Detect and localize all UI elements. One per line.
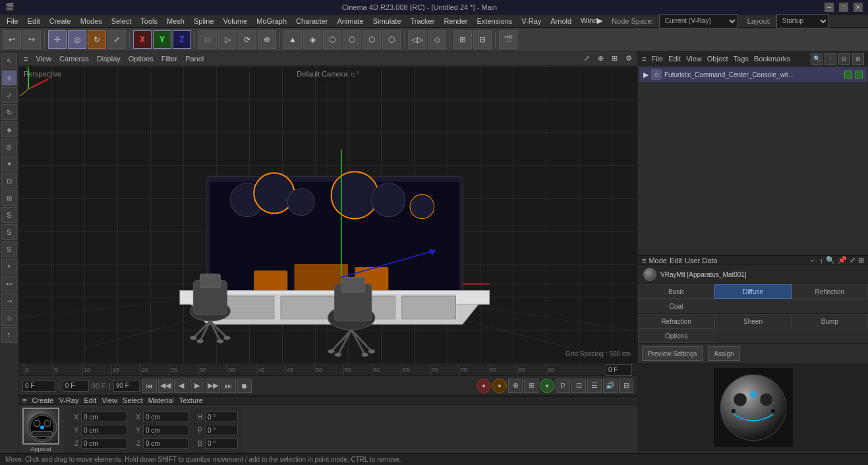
mat-props-edit[interactable]: Edit <box>670 257 682 264</box>
btn-tl-6[interactable]: ⊟ <box>619 379 633 393</box>
menu-modes[interactable]: Modes <box>76 16 106 26</box>
nodespace-dropdown[interactable]: Current (V-Ray) <box>659 14 738 28</box>
left-btn-14[interactable]: ⊸ <box>1 293 17 309</box>
mat-tab-bump[interactable]: Bump <box>792 314 868 328</box>
preview-settings-btn[interactable]: Preview Settings <box>642 346 703 361</box>
mat-menu-texture[interactable]: Texture <box>179 396 203 404</box>
left-btn-pointer[interactable]: ↖ <box>1 53 17 69</box>
coord-y1-input[interactable] <box>81 425 127 435</box>
menu-file[interactable]: File <box>3 16 22 26</box>
mat-tab-refraction[interactable]: Refraction <box>638 314 714 328</box>
scale-button[interactable]: ⤢ <box>107 30 126 49</box>
vp-btn-grid[interactable]: ⊞ <box>609 53 620 64</box>
menu-volume[interactable]: Volume <box>219 16 252 26</box>
frame-end-input[interactable] <box>113 380 140 392</box>
mat-props-mode[interactable]: Mode <box>649 257 667 264</box>
left-btn-10[interactable]: S <box>1 224 17 240</box>
menu-spline[interactable]: Spline <box>190 16 218 26</box>
redo-button[interactable]: ↪ <box>22 30 41 49</box>
layout-dropdown[interactable]: Startup <box>776 14 829 28</box>
tool-btn-14[interactable]: ⊟ <box>473 30 492 49</box>
rotate-button[interactable]: ↻ <box>88 30 106 49</box>
left-btn-13[interactable]: ⊷ <box>1 276 17 292</box>
left-btn-param[interactable]: ◈ <box>1 121 17 137</box>
axis-x-button[interactable]: X <box>133 30 152 49</box>
mat-menu-create[interactable]: Create <box>32 396 53 404</box>
tool-btn-2[interactable]: ▷ <box>218 30 237 49</box>
mat-props-expand[interactable]: ⤢ <box>850 256 855 264</box>
btn-prev-frame[interactable]: ◀ <box>174 379 188 393</box>
vp-menu-options[interactable]: Options <box>126 53 156 64</box>
mat-tab-coat[interactable]: Coat <box>638 299 714 313</box>
tool-btn-5[interactable]: ▲ <box>283 30 302 49</box>
menu-select[interactable]: Select <box>107 16 136 26</box>
mat-tab-sheen[interactable]: Sheen <box>714 314 791 328</box>
left-btn-5[interactable]: ◎ <box>1 139 17 154</box>
obj-menu-object[interactable]: Object <box>707 55 728 63</box>
btn-tl-4[interactable]: ⊡ <box>571 379 586 393</box>
menu-edit[interactable]: Edit <box>24 16 44 26</box>
menu-create[interactable]: Create <box>45 16 75 26</box>
mat-props-pin[interactable]: 📌 <box>838 256 847 264</box>
menu-mograph[interactable]: MoGraph <box>252 16 291 26</box>
obj-check-2[interactable] <box>855 71 863 78</box>
obj-menu-tags[interactable]: Tags <box>734 55 749 63</box>
mat-menu-select[interactable]: Select <box>123 396 143 404</box>
mat-props-search[interactable]: 🔍 <box>826 256 835 264</box>
btn-to-start[interactable]: ⏮ <box>142 379 157 393</box>
tool-btn-3[interactable]: ⟳ <box>238 30 256 49</box>
left-btn-9[interactable]: S <box>1 207 17 223</box>
mat-tab-diffuse[interactable]: Diffuse <box>714 284 791 299</box>
tool-btn-12[interactable]: ◇ <box>428 30 446 49</box>
left-btn-8[interactable]: ⊞ <box>1 190 17 206</box>
move-button[interactable]: ✛ <box>48 30 67 49</box>
obj-menu-file[interactable]: File <box>651 55 663 63</box>
menu-animate[interactable]: Animate <box>333 16 367 26</box>
menu-vray[interactable]: V-Ray <box>517 16 545 26</box>
tool-btn-1[interactable]: □ <box>198 30 217 49</box>
obj-item-main[interactable]: ▶ G Futuristic_Command_Center_Console_wi… <box>639 67 867 82</box>
tool-btn-11[interactable]: ◁▷ <box>408 30 426 49</box>
coord-b-input[interactable] <box>205 438 238 449</box>
vp-menu-panel[interactable]: Panel <box>183 53 206 64</box>
mat-props-userdata[interactable]: User Data <box>685 257 718 264</box>
btn-tl-5[interactable]: ☰ <box>587 379 602 393</box>
btn-key-orange[interactable]: ● <box>492 379 507 393</box>
mat-tab-basic[interactable]: Basic <box>638 284 714 299</box>
current-frame-right[interactable] <box>606 364 632 376</box>
vp-btn-expand[interactable]: ⤢ <box>581 53 593 64</box>
mat-menu-edit[interactable]: Edit <box>84 396 96 404</box>
vp-menu-filter[interactable]: Filter <box>159 53 180 64</box>
menu-extensions[interactable]: Extensions <box>473 16 516 26</box>
mat-menu-material[interactable]: Material <box>148 396 174 404</box>
vp-menu-cameras[interactable]: Cameras <box>57 53 92 64</box>
mat-props-add[interactable]: ⊞ <box>858 256 864 264</box>
select-circle-button[interactable]: ◎ <box>68 30 86 49</box>
vp-btn-center[interactable]: ⊕ <box>595 53 606 64</box>
obj-up-btn[interactable]: ↑ <box>825 53 836 65</box>
viewport[interactable]: Perspective Default Camera ☼° Grid Spaci… <box>18 66 637 364</box>
mat-props-up[interactable]: ↑ <box>820 257 824 264</box>
left-btn-scale[interactable]: ⤢ <box>1 87 17 103</box>
coord-z1-input[interactable] <box>81 438 127 449</box>
btn-to-end[interactable]: ⏭ <box>221 379 236 393</box>
coord-p-input[interactable] <box>205 425 238 435</box>
btn-record[interactable]: ⏺ <box>237 379 252 393</box>
frame-current-input[interactable] <box>63 380 89 392</box>
tool-btn-6[interactable]: ◈ <box>303 30 322 49</box>
mat-tab-reflection[interactable]: Reflection <box>792 284 868 299</box>
left-btn-15[interactable]: ⊹ <box>1 310 17 326</box>
menu-simulate[interactable]: Simulate <box>369 16 405 26</box>
coord-z2-input[interactable] <box>143 438 189 449</box>
left-btn-rotate[interactable]: ↻ <box>1 104 17 120</box>
obj-menu-bookmarks[interactable]: Bookmarks <box>754 55 790 63</box>
vp-menu-icon[interactable]: ≡ <box>21 53 30 64</box>
btn-tl-speaker[interactable]: 🔊 <box>603 379 618 393</box>
btn-prev-key[interactable]: ◀◀ <box>158 379 173 393</box>
coord-h-input[interactable] <box>205 412 238 422</box>
undo-button[interactable]: ↩ <box>3 30 21 49</box>
mat-props-back[interactable]: ← <box>810 257 817 264</box>
left-btn-6[interactable]: ✦ <box>1 156 17 171</box>
obj-search-btn[interactable]: 🔍 <box>811 53 823 65</box>
btn-tl-2[interactable]: ⊞ <box>524 379 538 393</box>
